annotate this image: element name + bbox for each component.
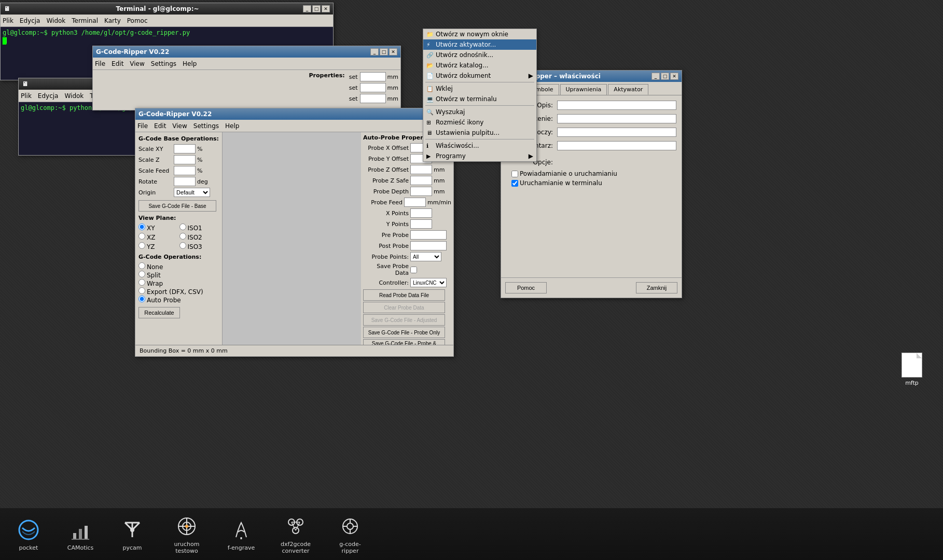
gcode-back-menu-view[interactable]: View: [130, 60, 144, 67]
scale-feed-input[interactable]: 100: [174, 166, 196, 175]
description-input[interactable]: g-code-ripper: [557, 101, 676, 110]
taskbar-uruchom[interactable]: uruchom testowo: [166, 514, 207, 554]
radio-xy[interactable]: [138, 223, 145, 230]
scale-xy-input[interactable]: 100: [174, 144, 196, 153]
terminal-2-menu-widok[interactable]: Widok: [64, 92, 84, 100]
gcode-main-menu-file[interactable]: File: [137, 122, 148, 130]
terminal-main-menu-karty[interactable]: Karty: [104, 17, 121, 24]
option2-checkbox[interactable]: [511, 180, 518, 187]
scale-z-input[interactable]: 100: [174, 155, 196, 164]
taskbar-dxf2gcode[interactable]: dxf2gcode converter: [275, 514, 316, 554]
radio-none[interactable]: [138, 262, 145, 269]
radio-autoprobe-label[interactable]: Auto Probe: [138, 297, 181, 304]
taskbar-pocket[interactable]: pocket: [10, 517, 47, 551]
radio-wrap[interactable]: [138, 279, 145, 286]
radio-iso3[interactable]: [179, 242, 186, 249]
x-points-input[interactable]: 3: [410, 208, 432, 218]
properties-close[interactable]: ✕: [670, 73, 678, 80]
terminal-2-menu-edycja[interactable]: Edycja: [38, 92, 59, 100]
terminal-main-menu-pomoc[interactable]: Pomoc: [127, 17, 148, 24]
help-btn[interactable]: Pomoc: [505, 282, 547, 293]
radio-xz[interactable]: [138, 233, 145, 240]
terminal-main-menu-edycja[interactable]: Edycja: [20, 17, 40, 24]
radio-wrap-label[interactable]: Wrap: [138, 280, 163, 287]
gcode-back-close[interactable]: ✕: [389, 48, 397, 55]
gcode-back-prop2-input[interactable]: 0.0: [360, 83, 386, 92]
ctx-create-folder[interactable]: 📂 Utwórz katalog...: [423, 60, 536, 71]
radio-split[interactable]: [138, 271, 145, 277]
gcode-main-menu-settings[interactable]: Settings: [193, 122, 219, 130]
post-probe-input[interactable]: (G Code): [410, 241, 447, 250]
taskbar-gcode-ripper[interactable]: g-code-ripper: [332, 514, 368, 554]
radio-export[interactable]: [138, 287, 145, 294]
tab-aktywator[interactable]: Aktywator: [608, 84, 648, 95]
save-adjusted-btn[interactable]: Save G-Code File - Adjusted: [363, 314, 445, 326]
gcode-back-menu-settings[interactable]: Settings: [151, 60, 176, 67]
ctx-find[interactable]: 🔍 Wyszukaj: [423, 107, 536, 117]
recalculate-btn[interactable]: Recalculate: [138, 307, 180, 318]
mftp-desktop-icon[interactable]: mftp: [896, 353, 927, 386]
gcode-back-menu-help[interactable]: Help: [183, 60, 197, 67]
workdir-input[interactable]: /home/gl/: [557, 128, 676, 137]
save-probe-cut-btn[interactable]: Save G-Code File - Probe & Cut: [363, 339, 445, 345]
radio-none-label[interactable]: None: [138, 263, 163, 271]
terminal-main-menu-plik[interactable]: Plik: [3, 17, 13, 24]
gcode-back-menu-edit[interactable]: Edit: [112, 60, 123, 67]
save-probe-data-checkbox[interactable]: [410, 267, 417, 273]
ctx-create-link[interactable]: 🔗 Utwórz odnośnik...: [423, 50, 536, 60]
command-input[interactable]: python /home/gl/opt/g-code_ripper.py: [557, 114, 676, 123]
radio-export-label[interactable]: Export (DFX, CSV): [138, 288, 203, 296]
option1-checkbox[interactable]: [511, 171, 518, 177]
radio-xz-label[interactable]: XZ: [138, 233, 178, 241]
gcode-back-prop3-input[interactable]: 2.6: [360, 94, 386, 103]
terminal-main-close[interactable]: ✕: [322, 5, 330, 12]
probe-depth-input[interactable]: -2: [410, 187, 432, 196]
gcode-back-maximize[interactable]: □: [380, 48, 388, 55]
radio-iso1-label[interactable]: ISO1: [179, 223, 219, 232]
ctx-programs[interactable]: ▶ Programy ▶: [423, 151, 536, 161]
properties-maximize[interactable]: □: [661, 73, 669, 80]
radio-xy-label[interactable]: XY: [138, 223, 178, 232]
terminal-main-menu-terminal[interactable]: Terminal: [72, 17, 98, 24]
origin-select[interactable]: Default: [174, 188, 210, 197]
probe-feed-input[interactable]: 30: [404, 198, 426, 207]
terminal-main-maximize[interactable]: □: [312, 5, 321, 12]
probe-points-select[interactable]: All: [410, 252, 441, 261]
save-base-btn[interactable]: Save G-Code File - Base: [138, 200, 216, 212]
radio-iso1[interactable]: [179, 223, 186, 230]
terminal-main-menu-widok[interactable]: Widok: [46, 17, 65, 24]
y-points-input[interactable]: 3: [410, 219, 432, 229]
save-probe-only-btn[interactable]: Save G-Code File - Probe Only: [363, 327, 445, 338]
terminal-2-menu-plik[interactable]: Plik: [21, 92, 32, 100]
radio-iso2[interactable]: [179, 233, 186, 240]
probe-z-safe-input[interactable]: 3: [410, 176, 432, 185]
properties-minimize[interactable]: _: [651, 73, 660, 80]
ctx-open-terminal[interactable]: 💻 Otwórz w terminalu: [423, 94, 536, 104]
pre-probe-input[interactable]: (G Code): [410, 230, 447, 240]
radio-yz[interactable]: [138, 242, 145, 249]
ctx-desktop-settings[interactable]: 🖥 Ustawienia pulpitu...: [423, 128, 536, 138]
read-probe-btn[interactable]: Read Probe Data File: [363, 289, 445, 301]
comment-input[interactable]: [557, 141, 676, 150]
probe-z-offset-input[interactable]: 2.6: [410, 165, 432, 174]
gcode-main-menu-edit[interactable]: Edit: [154, 122, 166, 130]
gcode-back-menu-file[interactable]: File: [95, 60, 105, 67]
ctx-create-activator[interactable]: ⚡ Utwórz aktywator...: [423, 39, 536, 50]
controller-select[interactable]: LinuxCNC: [410, 278, 447, 287]
ctx-properties[interactable]: ℹ Właściwości...: [423, 141, 536, 151]
gcode-back-minimize[interactable]: _: [370, 48, 379, 55]
tab-uprawnienia[interactable]: Uprawnienia: [560, 84, 607, 95]
taskbar-camotics[interactable]: CAMotics: [62, 517, 99, 551]
radio-autoprobe[interactable]: [138, 296, 145, 302]
clear-probe-btn[interactable]: Clear Probe Data: [363, 302, 445, 313]
ctx-paste[interactable]: 📋 Wklej: [423, 83, 536, 94]
terminal-main-minimize[interactable]: _: [303, 5, 311, 12]
radio-split-label[interactable]: Split: [138, 272, 161, 279]
radio-iso2-label[interactable]: ISO2: [179, 233, 219, 241]
taskbar-pycam[interactable]: pycam: [114, 517, 150, 551]
radio-iso3-label[interactable]: ISO3: [179, 242, 219, 250]
gcode-main-menu-view[interactable]: View: [172, 122, 187, 130]
radio-yz-label[interactable]: YZ: [138, 242, 178, 250]
gcode-back-prop1-input[interactable]: 0.0: [360, 72, 386, 81]
taskbar-fengrave[interactable]: f-engrave: [223, 517, 259, 551]
